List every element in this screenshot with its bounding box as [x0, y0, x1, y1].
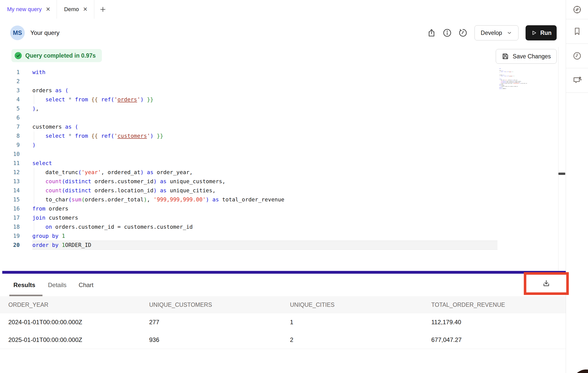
code-area[interactable]: withorders as ( select * from {{ ref('or…	[32, 68, 497, 250]
new-tab-button[interactable]	[94, 0, 111, 19]
run-button[interactable]: Run	[526, 25, 557, 40]
tab-demo[interactable]: Demo ✕	[57, 0, 94, 19]
bookmark-icon	[573, 27, 582, 36]
cell: 112,179.40	[431, 313, 461, 331]
develop-dropdown[interactable]: Develop	[474, 25, 518, 40]
check-circle-icon	[14, 52, 22, 59]
code-line[interactable]: )	[32, 141, 497, 150]
code-line[interactable]: select	[32, 159, 497, 168]
line-number: 19	[0, 231, 20, 241]
indent-guide	[34, 186, 34, 195]
line-number: 15	[0, 195, 20, 204]
line-number: 11	[0, 159, 20, 168]
code-line[interactable]	[32, 150, 497, 159]
tab-chart[interactable]: Chart	[79, 282, 94, 289]
line-number: 4	[0, 95, 20, 104]
indent-guide	[34, 168, 34, 177]
right-sidebar	[566, 0, 588, 373]
save-label: Save Changes	[513, 53, 551, 60]
explore-button[interactable]	[566, 0, 588, 19]
code-line[interactable]: customers as (	[32, 122, 497, 131]
code-line[interactable]: to_char(sum(orders.order_total), '999,99…	[32, 195, 497, 204]
line-number: 8	[0, 131, 20, 141]
code-line[interactable]: from orders	[32, 204, 497, 213]
indent-guide	[34, 95, 34, 104]
code-line[interactable]: order by 1ORDER_ID	[32, 241, 497, 250]
column-header: UNIQUE_CUSTOMERS	[149, 296, 212, 313]
history-icon	[458, 28, 467, 37]
history-button[interactable]	[457, 27, 469, 39]
code-line[interactable]	[32, 77, 497, 86]
line-number: 17	[0, 213, 20, 222]
code-line[interactable]: date_trunc('year', ordered_at) as order_…	[32, 168, 497, 177]
line-number: 10	[0, 150, 20, 159]
app-window: My new query ✕ Demo ✕ MS Your query	[0, 0, 588, 373]
download-results-button[interactable]	[541, 279, 551, 288]
line-number: 14	[0, 186, 20, 195]
play-icon	[531, 30, 537, 36]
tab-my-new-query[interactable]: My new query ✕	[0, 0, 57, 19]
line-number: 5	[0, 104, 20, 113]
cell: 1	[290, 313, 293, 331]
history-panel-button[interactable]	[566, 44, 588, 68]
code-line[interactable]: count(distinct orders.customer_id) as un…	[32, 177, 497, 186]
code-line[interactable]	[32, 113, 497, 122]
cell: 2024-01-01T00:00:00.000Z	[8, 313, 82, 331]
save-changes-button[interactable]: Save Changes	[496, 49, 557, 64]
code-line[interactable]: count(distinct orders.location_id) as un…	[32, 186, 497, 195]
ai-assistant-button[interactable]	[566, 68, 588, 93]
cell: 2025-01-01T00:00:00.000Z	[8, 331, 82, 349]
code-line[interactable]: on orders.customer_id = customers.custom…	[32, 222, 497, 231]
results-tabbar: Results Details Chart	[0, 274, 566, 296]
line-number: 20	[0, 241, 20, 250]
editor-minimap[interactable]: withorders as ( select * from {{ ref('or…	[499, 68, 527, 94]
line-number: 16	[0, 204, 20, 213]
indent-guide	[34, 177, 34, 186]
results-table-header: ORDER_YEARUNIQUE_CUSTOMERSUNIQUE_CITIEST…	[0, 296, 566, 314]
line-number: 12	[0, 168, 20, 177]
code-line[interactable]: with	[32, 68, 497, 77]
code-line[interactable]: group by 1	[32, 231, 497, 241]
indent-guide	[34, 131, 34, 141]
query-header: MS Your query	[0, 19, 566, 47]
share-button[interactable]	[425, 27, 438, 39]
compass-icon	[573, 5, 582, 14]
line-number: 13	[0, 177, 20, 186]
cell: 2	[290, 331, 293, 349]
chevron-down-icon	[507, 30, 512, 36]
code-line[interactable]: join customers	[32, 213, 497, 222]
code-line[interactable]: select * from {{ ref('customers') }}	[32, 131, 497, 141]
panel-resize-handle[interactable]	[558, 173, 565, 175]
share-icon	[427, 28, 436, 37]
indent-guide	[34, 222, 34, 231]
close-icon[interactable]: ✕	[83, 7, 87, 12]
editor-tabbar: My new query ✕ Demo ✕	[0, 0, 566, 19]
info-icon	[443, 28, 452, 37]
line-number: 7	[0, 122, 20, 131]
tab-details[interactable]: Details	[48, 282, 66, 289]
line-number: 9	[0, 141, 20, 150]
status-badge: Query completed in 0.97s	[11, 49, 102, 62]
tab-results[interactable]: Results	[13, 282, 35, 289]
line-number: 3	[0, 86, 20, 95]
column-header: ORDER_YEAR	[8, 296, 48, 313]
results-panel: Results Details Chart ORDER_YEARUNIQUE_C…	[0, 274, 566, 373]
page-title: Your query	[30, 29, 59, 36]
column-header: UNIQUE_CITIES	[290, 296, 334, 313]
annotation-highlight-rectangle	[524, 272, 569, 295]
sql-editor[interactable]: Query completed in 0.97s Save Changes 12…	[0, 47, 566, 271]
save-icon	[502, 53, 509, 60]
code-line[interactable]: ),	[32, 104, 497, 113]
plus-icon	[99, 6, 106, 13]
cell: 677,047.27	[431, 331, 462, 349]
close-icon[interactable]: ✕	[46, 7, 50, 12]
develop-label: Develop	[481, 30, 502, 36]
tab-label: My new query	[7, 6, 42, 13]
bookmarks-button[interactable]	[566, 19, 588, 44]
info-button[interactable]	[441, 27, 453, 39]
cell: 936	[149, 331, 159, 349]
code-line[interactable]: select * from {{ ref('orders') }}	[32, 95, 497, 104]
line-number: 6	[0, 113, 20, 122]
code-line[interactable]: orders as (	[32, 86, 497, 95]
table-row: 2024-01-01T00:00:00.000Z2771112,179.40	[0, 313, 566, 331]
